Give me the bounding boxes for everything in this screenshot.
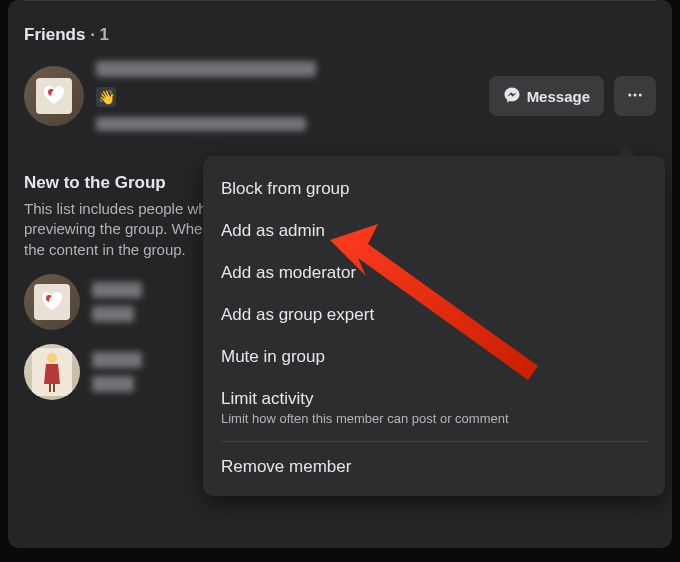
svg-rect-8 [53, 384, 55, 392]
ellipsis-icon [626, 86, 644, 107]
friends-sep: · [85, 25, 99, 44]
svg-point-2 [634, 93, 637, 96]
redacted-meta [92, 306, 134, 322]
members-panel: Friends · 1 👋 Message [8, 0, 672, 548]
top-divider [24, 0, 656, 5]
menu-item-label: Block from group [221, 179, 350, 198]
dropdown-menu: Block from group Add as admin Add as mod… [203, 156, 665, 496]
heart-avatar-graphic [36, 78, 72, 114]
menu-item-add-moderator[interactable]: Add as moderator [203, 252, 665, 294]
redacted-meta [96, 117, 306, 131]
wave-icon[interactable]: 👋 [96, 87, 116, 107]
menu-divider [221, 441, 647, 442]
redacted-name [92, 282, 142, 298]
desc-l3: the content in the group. [24, 241, 186, 258]
avatar[interactable] [24, 274, 80, 330]
svg-point-6 [47, 353, 57, 363]
menu-item-sublabel: Limit how often this member can post or … [221, 411, 647, 426]
menu-item-mute[interactable]: Mute in group [203, 336, 665, 378]
redacted-meta [92, 376, 134, 392]
redacted-name [92, 352, 142, 368]
friends-count: 1 [100, 25, 109, 44]
menu-item-label: Limit activity [221, 389, 314, 408]
menu-item-remove[interactable]: Remove member [203, 446, 665, 488]
messenger-icon [503, 86, 521, 107]
member-details: 👋 [96, 61, 489, 131]
menu-item-label: Remove member [221, 457, 351, 476]
menu-item-block[interactable]: Block from group [203, 168, 665, 210]
friends-section-title: Friends · 1 [24, 11, 656, 55]
more-actions-button[interactable] [614, 76, 656, 116]
menu-item-label: Add as group expert [221, 305, 374, 324]
svg-point-3 [639, 93, 642, 96]
friends-label: Friends [24, 25, 85, 44]
menu-item-add-expert[interactable]: Add as group expert [203, 294, 665, 336]
menu-item-label: Add as moderator [221, 263, 356, 282]
menu-item-label: Add as admin [221, 221, 325, 240]
menu-item-add-admin[interactable]: Add as admin [203, 210, 665, 252]
menu-item-limit[interactable]: Limit activity Limit how often this memb… [203, 378, 665, 437]
menu-item-label: Mute in group [221, 347, 325, 366]
avatar[interactable] [24, 66, 84, 126]
new-section-label: New to the Group [24, 173, 166, 192]
svg-point-1 [628, 93, 631, 96]
member-row: 👋 Message [24, 55, 656, 145]
redacted-name [96, 61, 316, 77]
member-actions: Message [489, 76, 656, 116]
figure-avatar-graphic [32, 348, 72, 396]
svg-rect-7 [49, 384, 51, 392]
message-button[interactable]: Message [489, 76, 604, 116]
avatar[interactable] [24, 344, 80, 400]
member-actions-menu: Block from group Add as admin Add as mod… [203, 156, 665, 496]
message-button-label: Message [527, 88, 590, 105]
heart-avatar-graphic [34, 284, 70, 320]
